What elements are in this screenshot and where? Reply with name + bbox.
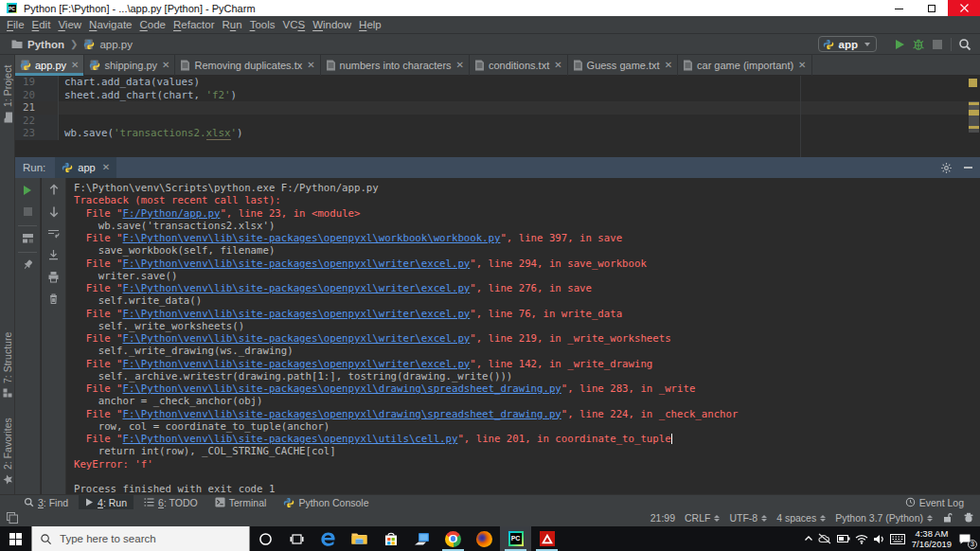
stack-trace-link[interactable]: F:\Python\venv\lib\site-packages\openpyx… [122,382,561,395]
rerun-button[interactable] [17,180,38,200]
interpreter-widget[interactable]: Python 3.7 (Python) [835,512,933,524]
print-button[interactable] [44,267,64,287]
taskbar-search-box[interactable]: Type here to search [31,526,250,551]
inspection-indicator-icon[interactable] [969,79,977,87]
taskbar-app-acrobat[interactable] [531,526,562,551]
menu-edit[interactable]: Edit [28,19,55,30]
battery-icon[interactable] [835,526,853,551]
taskbar-app-edge[interactable] [312,526,344,551]
volume-icon[interactable] [871,526,888,551]
hide-tool-window-icon[interactable] [964,167,972,169]
editor-line-22[interactable]: 22 [15,115,980,128]
run-button[interactable] [890,35,909,54]
menu-view[interactable]: View [54,19,85,30]
editor-tab-app.py[interactable]: app.py✕ [15,55,84,76]
tool-window-button-run[interactable]: 4: Run [79,495,134,510]
breadcrumb-item[interactable]: app.py [83,39,133,50]
editor-line-19[interactable]: 19chart.add_data(values) [15,76,980,89]
pin-tab-button[interactable] [17,255,38,275]
close-button[interactable] [948,0,980,16]
touch-keyboard-icon[interactable] [888,526,908,551]
search-everywhere-button[interactable] [955,35,974,54]
menu-vcs[interactable]: VCS [278,19,309,30]
up-the-stack-trace-button[interactable] [44,180,64,200]
stack-trace-link[interactable]: F:\Python\venv\lib\site-packages\openpyx… [122,232,500,244]
taskbar-app-store[interactable] [375,526,406,551]
tray-clock[interactable]: 4:38 AM7/16/2019 [908,526,955,551]
maximize-button[interactable] [916,0,948,16]
taskbar-app-chrome[interactable] [437,526,469,551]
close-icon[interactable]: ✕ [102,163,110,172]
breadcrumb-item[interactable]: Python [11,39,64,50]
close-icon[interactable]: ✕ [162,61,169,70]
onedrive-icon[interactable] [816,526,835,551]
debug-button[interactable] [909,35,928,54]
warning-stripe-mark[interactable] [969,102,979,105]
warning-stripe-mark[interactable] [969,126,979,129]
stack-trace-link[interactable]: F:\Python\venv\lib\site-packages\openpyx… [122,433,457,445]
stack-trace-link[interactable]: F:\Python\venv\lib\site-packages\openpyx… [122,282,470,294]
close-icon[interactable]: ✕ [665,61,672,70]
tool-window-button-console[interactable]: Python Console [276,495,375,510]
menu-run[interactable]: Run [219,19,246,30]
soft-wrap-button[interactable] [44,223,64,243]
down-the-stack-trace-button[interactable] [44,202,64,222]
stack-trace-link[interactable]: F:\Python\venv\lib\site-packages\openpyx… [122,408,561,420]
taskbar-app-pc-laptop[interactable] [406,526,437,551]
editor[interactable]: 19chart.add_data(values)20sheet.add_char… [15,76,980,157]
menu-navigate[interactable]: Navigate [85,19,135,30]
event-log-button[interactable]: Event Log [899,495,971,510]
editor-tab-conditions.txt[interactable]: conditions.txt✕ [470,55,568,76]
close-icon[interactable]: ✕ [798,61,806,70]
taskbar-app-firefox[interactable] [469,526,500,551]
caret-position-widget[interactable]: 21:99 [650,512,675,524]
editor-tab-car-game-important-[interactable]: car game (important)✕ [678,55,811,76]
scroll-to-end-button[interactable] [44,245,64,265]
stack-trace-link[interactable]: F:\Python\venv\lib\site-packages\openpyx… [122,258,470,270]
close-icon[interactable]: ✕ [456,61,464,70]
editor-line-21[interactable]: 21 [15,101,980,115]
clear-all-button[interactable] [44,289,64,309]
run-tab-app[interactable]: app ✕ [55,157,116,178]
stack-trace-link[interactable]: F:\Python\venv\lib\site-packages\openpyx… [122,308,470,320]
editor-tab-shipping.py[interactable]: shipping.py✕ [84,55,175,76]
tool-window-button-terminal[interactable]: Terminal [208,495,274,510]
indent-widget[interactable]: 4 spaces [776,512,826,524]
run-configuration-select[interactable]: app [818,36,877,52]
menu-file[interactable]: File [3,19,28,30]
encoding-widget[interactable]: UTF-8 [729,512,767,524]
stop-process-button[interactable] [17,202,38,222]
editor-tab-guess-game.txt[interactable]: Guess game.txt✕ [568,55,678,76]
menu-refactor[interactable]: Refactor [169,19,218,30]
editor-tab-numbers-into-characters[interactable]: numbers into characters✕ [321,55,470,76]
wifi-icon[interactable] [853,526,871,551]
line-ending-widget[interactable]: CRLF [685,512,720,524]
editor-tab-removing-duplicates.tx[interactable]: Removing duplicates.tx✕ [175,55,320,76]
close-icon[interactable]: ✕ [71,61,79,70]
taskbar-app-explorer[interactable] [344,526,375,551]
inspections-hector-button[interactable] [963,512,974,524]
tray-chevron-up-icon[interactable] [802,526,816,551]
close-icon[interactable]: ✕ [307,61,314,70]
task-view-button[interactable] [281,526,312,551]
readonly-lock-button[interactable] [942,512,953,524]
taskbar-app-pycharm[interactable] [500,526,531,551]
tool-window-switcher-icon[interactable] [7,512,18,524]
settings-gear-icon[interactable] [940,162,953,174]
start-button[interactable] [0,526,31,551]
menu-tools[interactable]: Tools [246,19,279,30]
menu-help[interactable]: Help [355,19,385,30]
stack-trace-link[interactable]: F:\Python\venv\lib\site-packages\openpyx… [122,358,470,370]
editor-line-23[interactable]: 23wb.save('transactions2.xlsx') [15,127,980,140]
close-icon[interactable]: ✕ [554,61,561,70]
minimize-button[interactable] [883,0,916,16]
stop-button[interactable] [928,35,947,54]
tool-window-button-todo[interactable]: 6: TODO [137,495,205,510]
menu-code[interactable]: Code [136,19,170,30]
editor-line-20[interactable]: 20sheet.add_chart(chart, 'f2') [15,89,980,102]
stack-trace-link[interactable]: F:\Python\venv\lib\site-packages\openpyx… [122,332,470,345]
action-center-button[interactable]: 3 [955,526,980,551]
restore-layout-button[interactable] [17,228,38,248]
cortana-button[interactable] [250,526,281,551]
warning-stripe-mark[interactable] [969,110,979,116]
